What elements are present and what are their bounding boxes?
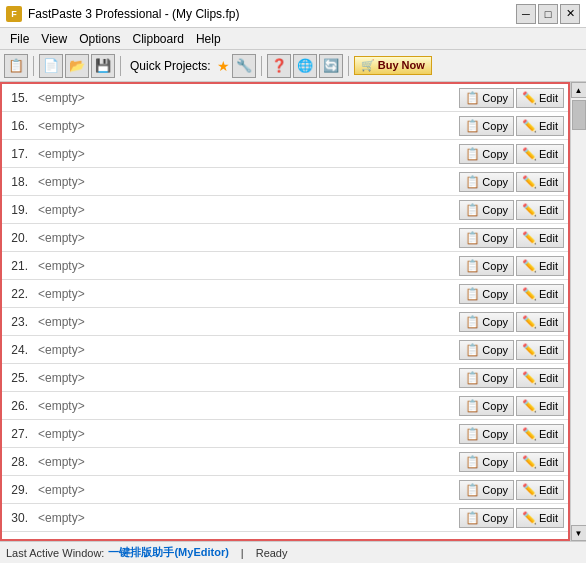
toolbar-save-icon[interactable]: 💾 <box>91 54 115 78</box>
edit-icon: ✏️ <box>522 287 537 301</box>
clip-content: <empty> <box>32 147 459 161</box>
menu-bar: File View Options Clipboard Help <box>0 28 586 50</box>
edit-button[interactable]: ✏️Edit <box>516 144 564 164</box>
toolbar-sep-3 <box>261 56 262 76</box>
toolbar-help-icon[interactable]: ❓ <box>267 54 291 78</box>
edit-button[interactable]: ✏️Edit <box>516 368 564 388</box>
copy-button[interactable]: 📋Copy <box>459 396 514 416</box>
toolbar-new-icon[interactable]: 📄 <box>39 54 63 78</box>
copy-label: Copy <box>482 484 508 496</box>
menu-clipboard[interactable]: Clipboard <box>127 30 190 48</box>
maximize-button[interactable]: □ <box>538 4 558 24</box>
edit-button[interactable]: ✏️Edit <box>516 172 564 192</box>
edit-button[interactable]: ✏️Edit <box>516 480 564 500</box>
copy-button[interactable]: 📋Copy <box>459 340 514 360</box>
edit-button[interactable]: ✏️Edit <box>516 508 564 528</box>
edit-icon: ✏️ <box>522 511 537 525</box>
edit-label: Edit <box>539 428 558 440</box>
edit-label: Edit <box>539 344 558 356</box>
clip-actions: 📋Copy✏️Edit <box>459 116 568 136</box>
edit-button[interactable]: ✏️Edit <box>516 396 564 416</box>
edit-label: Edit <box>539 288 558 300</box>
clip-actions: 📋Copy✏️Edit <box>459 452 568 472</box>
edit-label: Edit <box>539 120 558 132</box>
menu-help[interactable]: Help <box>190 30 227 48</box>
clip-row: 26.<empty>📋Copy✏️Edit <box>2 392 568 420</box>
clip-content: <empty> <box>32 371 459 385</box>
clip-number: 30. <box>2 511 32 525</box>
scroll-up-button[interactable]: ▲ <box>571 82 587 98</box>
edit-icon: ✏️ <box>522 119 537 133</box>
edit-label: Edit <box>539 400 558 412</box>
scrollbar[interactable]: ▲ ▼ <box>570 82 586 541</box>
clip-content: <empty> <box>32 315 459 329</box>
clip-row: 20.<empty>📋Copy✏️Edit <box>2 224 568 252</box>
toolbar-open-icon[interactable]: 📂 <box>65 54 89 78</box>
edit-button[interactable]: ✏️Edit <box>516 200 564 220</box>
clip-content: <empty> <box>32 119 459 133</box>
toolbar-paste-icon[interactable]: 📋 <box>4 54 28 78</box>
copy-button[interactable]: 📋Copy <box>459 368 514 388</box>
copy-label: Copy <box>482 232 508 244</box>
menu-view[interactable]: View <box>35 30 73 48</box>
copy-button[interactable]: 📋Copy <box>459 452 514 472</box>
last-active-window-label: Last Active Window: <box>6 547 104 559</box>
copy-button[interactable]: 📋Copy <box>459 284 514 304</box>
copy-icon: 📋 <box>465 119 480 133</box>
close-button[interactable]: ✕ <box>560 4 580 24</box>
edit-button[interactable]: ✏️Edit <box>516 116 564 136</box>
scroll-down-button[interactable]: ▼ <box>571 525 587 541</box>
clip-actions: 📋Copy✏️Edit <box>459 200 568 220</box>
clip-row: 30.<empty>📋Copy✏️Edit <box>2 504 568 532</box>
clip-content: <empty> <box>32 455 459 469</box>
copy-button[interactable]: 📋Copy <box>459 144 514 164</box>
edit-icon: ✏️ <box>522 231 537 245</box>
copy-button[interactable]: 📋Copy <box>459 116 514 136</box>
clip-actions: 📋Copy✏️Edit <box>459 340 568 360</box>
menu-options[interactable]: Options <box>73 30 126 48</box>
edit-icon: ✏️ <box>522 343 537 357</box>
title-bar: F FastPaste 3 Professional - (My Clips.f… <box>0 0 586 28</box>
copy-button[interactable]: 📋Copy <box>459 256 514 276</box>
copy-button[interactable]: 📋Copy <box>459 172 514 192</box>
edit-button[interactable]: ✏️Edit <box>516 424 564 444</box>
clip-actions: 📋Copy✏️Edit <box>459 228 568 248</box>
clip-content: <empty> <box>32 287 459 301</box>
edit-button[interactable]: ✏️Edit <box>516 88 564 108</box>
minimize-button[interactable]: ─ <box>516 4 536 24</box>
scroll-thumb[interactable] <box>572 100 586 130</box>
copy-button[interactable]: 📋Copy <box>459 312 514 332</box>
copy-icon: 📋 <box>465 259 480 273</box>
edit-icon: ✏️ <box>522 455 537 469</box>
toolbar-wrench-icon[interactable]: 🔧 <box>232 54 256 78</box>
edit-button[interactable]: ✏️Edit <box>516 284 564 304</box>
copy-button[interactable]: 📋Copy <box>459 424 514 444</box>
toolbar-globe-icon[interactable]: 🌐 <box>293 54 317 78</box>
edit-button[interactable]: ✏️Edit <box>516 228 564 248</box>
edit-button[interactable]: ✏️Edit <box>516 312 564 332</box>
clip-list: 15.<empty>📋Copy✏️Edit16.<empty>📋Copy✏️Ed… <box>0 82 570 541</box>
edit-icon: ✏️ <box>522 315 537 329</box>
copy-label: Copy <box>482 204 508 216</box>
copy-button[interactable]: 📋Copy <box>459 508 514 528</box>
clip-row: 16.<empty>📋Copy✏️Edit <box>2 112 568 140</box>
copy-icon: 📋 <box>465 343 480 357</box>
menu-file[interactable]: File <box>4 30 35 48</box>
toolbar-update-icon[interactable]: 🔄 <box>319 54 343 78</box>
clip-content: <empty> <box>32 399 459 413</box>
edit-icon: ✏️ <box>522 427 537 441</box>
edit-button[interactable]: ✏️Edit <box>516 340 564 360</box>
clip-number: 16. <box>2 119 32 133</box>
clip-actions: 📋Copy✏️Edit <box>459 256 568 276</box>
edit-label: Edit <box>539 456 558 468</box>
edit-button[interactable]: ✏️Edit <box>516 452 564 472</box>
buy-now-button[interactable]: 🛒 Buy Now <box>354 56 432 75</box>
copy-button[interactable]: 📋Copy <box>459 200 514 220</box>
clip-content: <empty> <box>32 91 459 105</box>
status-bar: Last Active Window: 一键排版助手(MyEditor) | R… <box>0 541 586 563</box>
edit-button[interactable]: ✏️Edit <box>516 256 564 276</box>
toolbar: 📋 📄 📂 💾 Quick Projects: ★ 🔧 ❓ 🌐 🔄 🛒 Buy … <box>0 50 586 82</box>
copy-button[interactable]: 📋Copy <box>459 228 514 248</box>
copy-button[interactable]: 📋Copy <box>459 480 514 500</box>
copy-button[interactable]: 📋Copy <box>459 88 514 108</box>
